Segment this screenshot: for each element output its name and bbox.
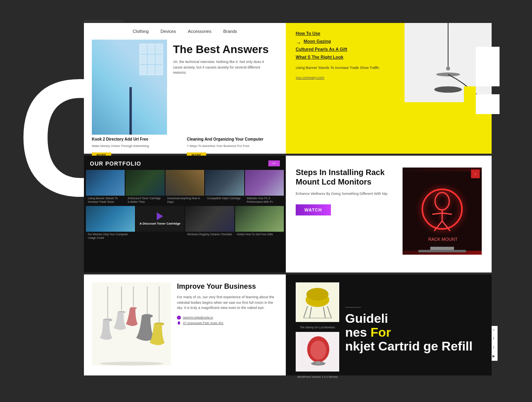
nav-item-clothing[interactable]: Clothing xyxy=(133,29,148,34)
deco-rectangle-1 xyxy=(476,47,500,86)
port-item-1: Using Banner Stands To Increase Trade Sh… xyxy=(86,170,125,204)
lamp-image xyxy=(92,282,171,366)
portfolio-btn[interactable]: >> xyxy=(268,160,280,166)
rack-image: RACK MOUNT ↓ xyxy=(403,168,482,255)
article-1-title: Kook 2 Directory Add Url Free xyxy=(92,137,183,142)
portfolio-title: OUR PORTFOLIO xyxy=(90,160,141,167)
article-2: Cleaning And Organizing Your Computer 7 … xyxy=(187,137,278,158)
top-nav-decoration xyxy=(84,20,124,23)
navigation: Clothing Devices Accessories Brands xyxy=(84,23,286,40)
port-item-5: Maintain Your Pc S Performance With Pc xyxy=(245,170,284,204)
address-contact: 47 Gulgowski Path Suite 451 xyxy=(177,321,278,325)
port-item-3: Download Anything Now A Days xyxy=(165,170,204,204)
rack-title: Steps In Installing Rack Mount Lcd Monit… xyxy=(296,168,395,187)
play-icon xyxy=(157,212,163,220)
article-2-desc: 7 Ways To Advertise Your Business For Fr… xyxy=(187,144,278,148)
watch-button[interactable]: WATCH xyxy=(296,204,331,215)
download-badge: ↓ xyxy=(471,170,480,178)
svg-point-30 xyxy=(306,288,329,301)
port-item-4: Compatible Inkjet Cartridge xyxy=(205,170,244,204)
portfolio-grid-bottom: For Women Only Your Computer Usage Could… xyxy=(84,205,286,241)
port-item-b1: For Women Only Your Computer Usage Could xyxy=(86,206,135,240)
svg-rect-15 xyxy=(418,250,466,252)
svg-point-4 xyxy=(434,86,462,93)
svg-text:RACK MOUNT: RACK MOUNT xyxy=(428,237,458,242)
deco-yellow xyxy=(464,86,476,106)
deco-rectangle-2 xyxy=(476,94,500,114)
product-card-1 xyxy=(296,282,339,322)
yellow-link-2[interactable]: Moon Gazing xyxy=(304,39,331,44)
article-1: Kook 2 Directory Add Url Free Make Money… xyxy=(92,137,183,158)
yellow-small-link[interactable]: you.company.com xyxy=(296,76,324,80)
port-item-b4: Hotels How To Get Free Gifts xyxy=(235,206,284,240)
svg-rect-40 xyxy=(316,361,321,364)
rack-panel: Steps In Installing Rack Mount Lcd Monit… xyxy=(286,156,492,272)
hero-image xyxy=(92,40,167,135)
hero-description: Ah, the technical interview. Nothing lik… xyxy=(173,59,272,76)
location-icon xyxy=(177,321,181,325)
hero-panel: Clothing Devices Accessories Brands The … xyxy=(84,23,286,154)
guidelines-title: Guideli nes For nkjet Cartrid ge Refill xyxy=(345,312,482,354)
article-1-desc: Make Money Online Through Advertising xyxy=(92,144,183,148)
hero-title: The Best Answers xyxy=(173,44,272,56)
product-card-2 xyxy=(296,332,339,372)
port-item-b2: A Discount Toner Cartridge xyxy=(136,206,185,240)
address-text[interactable]: 47 Gulgowski Path Suite 451 xyxy=(183,321,224,325)
product-1-label: The Skinny On Lcd Monitors xyxy=(296,326,339,329)
email-contact: waelchi.leila@celia.tv xyxy=(177,316,278,320)
svg-rect-14 xyxy=(430,247,454,250)
nav-item-accessories[interactable]: Accessories xyxy=(188,29,211,34)
product-cards: The Skinny On Lcd Monitors WordPress xyxy=(296,282,339,378)
business-panel: Improve Your Business For many of us, ou… xyxy=(84,274,286,375)
svg-point-27 xyxy=(100,362,163,366)
arrow-icon: → xyxy=(296,40,301,46)
portfolio-panel: OUR PORTFOLIO >> Using Banner Stands To … xyxy=(84,156,286,272)
email-text[interactable]: waelchi.leila@celia.tv xyxy=(183,316,213,319)
email-icon xyxy=(177,316,181,320)
svg-point-2 xyxy=(446,67,450,70)
portfolio-grid-top: Using Banner Stands To Increase Trade Sh… xyxy=(84,170,286,204)
title-divider xyxy=(345,307,361,308)
nav-item-devices[interactable]: Devices xyxy=(161,29,176,34)
nav-item-brands[interactable]: Brands xyxy=(223,29,237,34)
yellow-panel: How To Use → Moon Gazing Cultured Pearls… xyxy=(286,23,492,154)
port-item-2: A Discount Toner Cartridge Is Better Tha… xyxy=(125,170,164,204)
product-2-label: WordPress Version 2 0 3 Review xyxy=(296,375,339,378)
guidelines-panel: The Skinny On Lcd Monitors WordPress xyxy=(286,274,492,375)
svg-point-38 xyxy=(310,341,326,360)
business-description: For many of us, our very first experienc… xyxy=(177,295,278,311)
article-2-title: Cleaning And Organizing Your Computer xyxy=(187,137,278,142)
port-item-b3: Windows Registry Cleaner Checklist xyxy=(185,206,234,240)
business-title: Improve Your Business xyxy=(177,282,278,291)
rack-description: Enhance Wellness By Doing Something Diff… xyxy=(296,191,395,197)
